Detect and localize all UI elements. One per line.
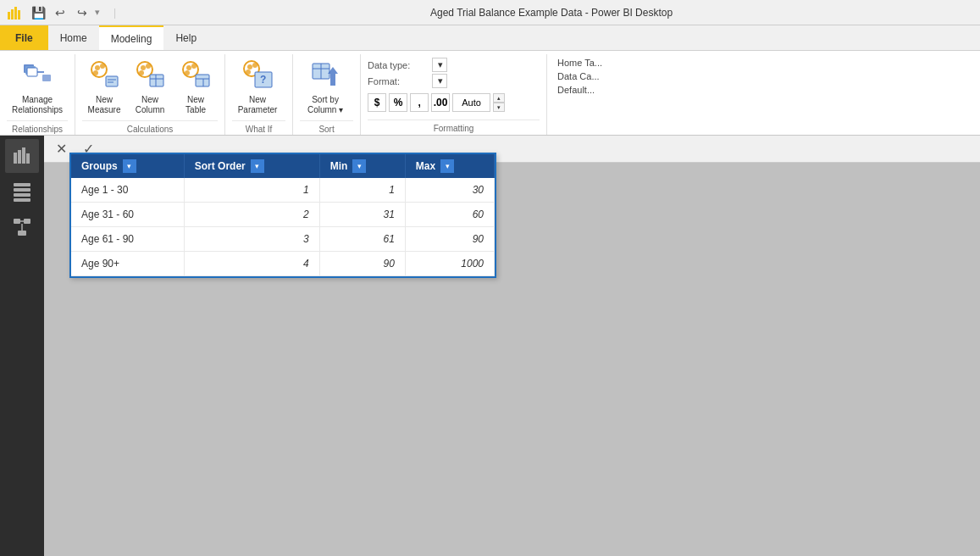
format-buttons-row: $ % , .00 ▴ ▾ — [368, 93, 540, 112]
col-groups: Groups ▾ — [71, 154, 184, 178]
col-min-filter[interactable]: ▾ — [352, 159, 366, 173]
ribbon-group-formatting: Data type: ▾ Format: ▾ $ % , .00 — [361, 54, 547, 135]
spinner-up[interactable]: ▴ — [493, 93, 505, 103]
spinner-down[interactable]: ▾ — [493, 103, 505, 112]
relationships-group-label: Relationships — [7, 120, 68, 136]
format-dropdown[interactable]: ▾ — [432, 74, 447, 88]
svg-point-10 — [95, 65, 100, 70]
data-cat-link[interactable]: Data Ca... — [557, 71, 602, 81]
cell-sort-3: 4 — [184, 252, 319, 276]
new-measure-label: NewMeasure — [88, 95, 121, 115]
col-max: Max ▾ — [405, 154, 494, 178]
data-type-row: Data type: ▾ — [368, 58, 540, 72]
formula-cancel-button[interactable]: ✕ — [51, 139, 71, 159]
data-type-dropdown[interactable]: ▾ — [432, 58, 447, 72]
svg-rect-49 — [24, 219, 30, 224]
menu-modeling[interactable]: Modeling — [99, 25, 164, 50]
sort-group-label: Sort — [300, 120, 353, 136]
col-max-filter[interactable]: ▾ — [440, 159, 454, 173]
title-bar: 💾 ↩ ↪ ▾ | Aged Trial Balance Example Dat… — [0, 0, 980, 25]
sort-by-column-icon — [308, 58, 342, 92]
table-row[interactable]: Age 1 - 30 1 1 30 — [71, 178, 495, 203]
svg-rect-45 — [14, 188, 30, 192]
svg-rect-41 — [18, 150, 21, 164]
svg-rect-2 — [14, 7, 17, 19]
cell-groups-0: Age 1 - 30 — [71, 178, 184, 203]
menu-file[interactable]: File — [0, 25, 48, 50]
data-table: Groups ▾ Sort Order ▾ Mi — [71, 154, 495, 276]
manage-relationships-button[interactable]: ManageRelationships — [7, 54, 68, 119]
svg-point-31 — [247, 64, 252, 70]
auto-input[interactable] — [452, 93, 490, 112]
ribbon-group-sort: Sort byColumn ▾ Sort — [293, 54, 361, 135]
cell-max-3: 1000 — [405, 252, 494, 276]
col-groups-label: Groups — [81, 160, 118, 172]
svg-point-19 — [139, 70, 144, 75]
menu-help[interactable]: Help — [163, 25, 208, 50]
home-table-link[interactable]: Home Ta... — [557, 58, 602, 68]
save-button[interactable]: 💾 — [29, 3, 47, 22]
ribbon-group-relationships: ManageRelationships Relationships — [0, 54, 75, 135]
sidebar-report-icon[interactable] — [5, 139, 39, 173]
cell-groups-3: Age 90+ — [71, 252, 184, 276]
sort-by-column-button[interactable]: Sort byColumn ▾ — [300, 54, 351, 119]
new-table-button[interactable]: NewTable — [174, 54, 218, 119]
table-row[interactable]: Age 61 - 90 3 61 90 — [71, 227, 495, 252]
dollar-button[interactable]: $ — [368, 93, 386, 112]
cell-sort-0: 1 — [184, 178, 319, 203]
main-area: ✕ ✓ Groups ▾ Sort O — [0, 136, 980, 556]
svg-rect-40 — [14, 153, 17, 164]
new-parameter-label: NewParameter — [238, 95, 278, 115]
svg-point-11 — [100, 64, 105, 69]
format-row: Format: ▾ — [368, 74, 540, 88]
svg-rect-46 — [14, 193, 30, 197]
cell-min-3: 90 — [319, 252, 405, 276]
svg-point-26 — [185, 70, 190, 75]
undo-button[interactable]: ↩ — [51, 3, 69, 22]
svg-rect-6 — [27, 68, 37, 76]
redo-button[interactable]: ↪ — [73, 3, 91, 22]
table-row[interactable]: Age 90+ 4 90 1000 — [71, 252, 495, 276]
new-column-label: NewColumn — [136, 95, 164, 115]
sort-by-column-label: Sort byColumn ▾ — [307, 95, 343, 115]
svg-rect-47 — [14, 198, 30, 202]
col-sort-order-filter[interactable]: ▾ — [251, 159, 264, 173]
calculations-group-label: Calculations — [82, 120, 218, 136]
decimal-button[interactable]: .00 — [431, 93, 450, 112]
col-groups-filter[interactable]: ▾ — [123, 159, 136, 173]
window-title: Aged Trial Balance Example Data - Power … — [130, 7, 973, 19]
left-sidebar — [0, 136, 44, 556]
cell-min-2: 61 — [319, 227, 405, 252]
comma-button[interactable]: , — [410, 93, 429, 112]
formatting-options: Data type: ▾ Format: ▾ $ % , .00 — [368, 54, 540, 118]
percent-button[interactable]: % — [389, 93, 407, 112]
svg-point-32 — [252, 63, 257, 68]
cell-groups-1: Age 31 - 60 — [71, 203, 184, 227]
default-summ-link[interactable]: Default... — [557, 85, 602, 95]
col-sort-order-label: Sort Order — [195, 160, 246, 172]
cell-min-1: 31 — [319, 203, 405, 227]
ribbon: ManageRelationships Relationships — [0, 51, 980, 136]
format-label: Format: — [368, 76, 427, 86]
svg-point-33 — [246, 70, 251, 75]
col-max-label: Max — [416, 160, 435, 172]
col-min: Min ▾ — [319, 154, 405, 178]
new-column-button[interactable]: NewColumn — [128, 54, 172, 119]
menu-bar: File Home Modeling Help — [0, 25, 980, 51]
svg-rect-13 — [106, 76, 118, 86]
svg-rect-1 — [11, 9, 14, 19]
new-parameter-button[interactable]: ? NewParameter — [232, 54, 283, 119]
table-header-row: Groups ▾ Sort Order ▾ Mi — [71, 154, 495, 178]
new-table-icon — [179, 58, 213, 92]
col-sort-order: Sort Order ▾ — [184, 154, 319, 178]
sidebar-model-icon[interactable] — [5, 210, 39, 244]
new-measure-button[interactable]: NewMeasure — [82, 54, 126, 119]
ribbon-group-calculations: NewMeasure NewColumn — [75, 54, 225, 135]
cell-sort-2: 3 — [184, 227, 319, 252]
data-table-container: Groups ▾ Sort Order ▾ Mi — [69, 153, 496, 278]
table-row[interactable]: Age 31 - 60 2 31 60 — [71, 203, 495, 227]
svg-rect-50 — [18, 231, 26, 236]
menu-home[interactable]: Home — [48, 25, 99, 50]
ribbon-group-what-if: ? NewParameter What If — [225, 54, 293, 135]
sidebar-data-icon[interactable] — [5, 175, 39, 208]
